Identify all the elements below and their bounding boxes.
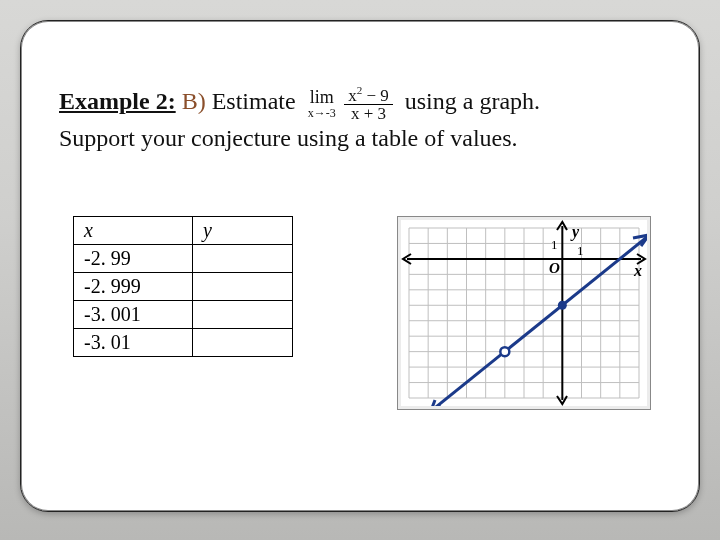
y-axis-label: y (570, 223, 580, 241)
svg-point-28 (558, 301, 567, 310)
y-tick-1: 1 (551, 237, 558, 252)
origin-label: O (549, 260, 560, 276)
x-axis-label: x (633, 262, 642, 279)
cell-x: -2. 999 (74, 273, 193, 301)
value-table: x y -2. 99 -2. 999 -3. 001 -3. 01 (73, 216, 293, 357)
svg-line-27 (431, 237, 647, 406)
x-tick-1: 1 (577, 243, 584, 258)
table-row: -2. 99 (74, 245, 293, 273)
cell-y (193, 245, 293, 273)
example-label: Example 2: (59, 88, 176, 114)
svg-point-29 (500, 347, 509, 356)
table-row: -2. 999 (74, 273, 293, 301)
cell-x: -2. 99 (74, 245, 193, 273)
verb: Estimate (212, 88, 296, 114)
problem-statement: Example 2: B) Estimate lim x→-3 x2 − 9 x… (59, 85, 661, 154)
tail-2: Support your conjecture using a table of… (59, 125, 518, 151)
cell-x: -3. 01 (74, 329, 193, 357)
lim-denominator: x + 3 (344, 105, 393, 122)
limit-expression: lim x→-3 x2 − 9 x + 3 (308, 85, 393, 122)
cell-y (193, 273, 293, 301)
graph-frame: y x O 1 1 (397, 216, 651, 410)
cell-y (193, 301, 293, 329)
graph-plot: y x O 1 1 (401, 220, 647, 406)
table-row: -3. 001 (74, 301, 293, 329)
col-head-y: y (193, 217, 293, 245)
table-row: -3. 01 (74, 329, 293, 357)
cell-y (193, 329, 293, 357)
col-head-x: x (74, 217, 193, 245)
lim-word: lim (308, 88, 336, 106)
lim-numerator: x2 − 9 (344, 85, 393, 105)
tail-1: using a graph. (405, 88, 540, 114)
cell-x: -3. 001 (74, 301, 193, 329)
lim-approach: x→-3 (308, 107, 336, 119)
table-row: x y (74, 217, 293, 245)
content-row: x y -2. 99 -2. 999 -3. 001 -3. 01 (59, 216, 661, 410)
slide-card: Example 2: B) Estimate lim x→-3 x2 − 9 x… (20, 20, 700, 512)
part-label: B) (182, 88, 206, 114)
